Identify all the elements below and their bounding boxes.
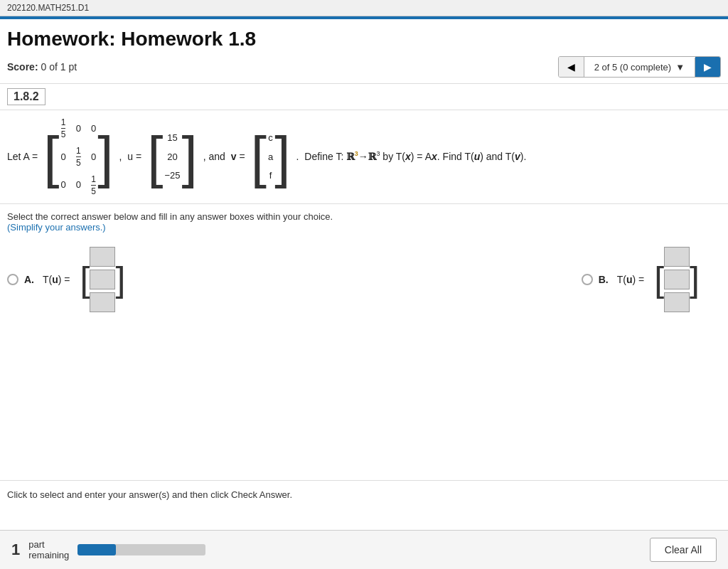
problem-number-section: 1.8.2 bbox=[0, 84, 728, 110]
nav-dropdown-icon[interactable]: ▼ bbox=[675, 62, 685, 73]
nav-info: 2 of 5 (0 complete) ▼ bbox=[584, 58, 695, 77]
bracket-right: ] bbox=[97, 129, 113, 186]
bracket-left-b: [ bbox=[654, 262, 664, 297]
simplify-text: (Simplify your answers.) bbox=[7, 222, 721, 233]
define-text: Define T: ℝ3→ℝ3 by T(x) = Ax. Find T(u) … bbox=[304, 149, 526, 165]
problem-statement: Let A = [ 15 0 0 0 15 0 0 0 15 ] , u = bbox=[7, 117, 721, 196]
option-a-input-2[interactable] bbox=[90, 270, 115, 289]
instructions-section: Select the correct answer below and fill… bbox=[0, 204, 728, 235]
bracket-right-v: ] bbox=[274, 129, 290, 186]
option-b-input-1[interactable] bbox=[664, 247, 690, 267]
v-label: v = bbox=[231, 149, 245, 164]
cell-a-21: 0 bbox=[76, 179, 81, 191]
problem-body: Let A = [ 15 0 0 0 15 0 0 0 15 ] , u = bbox=[0, 110, 728, 204]
option-a-tu-label: T(u) = bbox=[43, 274, 70, 285]
option-b-label: B. bbox=[599, 274, 609, 285]
page-title: Homework: Homework 1.8 bbox=[7, 28, 721, 50]
matrix-u-grid: 15 20 −25 bbox=[164, 132, 180, 182]
period: . bbox=[296, 149, 299, 164]
top-bar: 202120.MATH251.D1 bbox=[0, 0, 728, 16]
cell-a-12: 0 bbox=[91, 151, 96, 164]
option-a-input-1[interactable] bbox=[90, 247, 115, 267]
comma1: , bbox=[119, 149, 122, 164]
cell-v-0: c bbox=[268, 132, 273, 144]
matrix-v-grid: c a f bbox=[268, 132, 273, 182]
cell-a-02: 0 bbox=[91, 122, 96, 135]
problem-number: 1.8.2 bbox=[7, 88, 46, 105]
bracket-right-u: ] bbox=[181, 129, 197, 186]
footer-instruction-text: Click to select and enter your answer(s)… bbox=[7, 489, 292, 500]
nav-next-button[interactable]: ▶ bbox=[695, 57, 720, 77]
footer-instruction-section: Click to select and enter your answer(s)… bbox=[0, 480, 728, 509]
course-label: 202120.MATH251.D1 bbox=[7, 3, 89, 13]
option-b: B. T(u) = [ ] bbox=[582, 247, 721, 312]
nav-prev-button[interactable]: ◀ bbox=[559, 57, 584, 77]
option-a-input-3[interactable] bbox=[90, 292, 115, 312]
score-area: Score: 0 of 1 pt bbox=[7, 61, 77, 73]
option-a-inputs bbox=[90, 247, 115, 312]
option-a-input-container: [ ] bbox=[80, 247, 126, 312]
option-b-input-2[interactable] bbox=[664, 270, 690, 289]
cell-u-1: 20 bbox=[164, 151, 180, 164]
option-b-inputs bbox=[664, 247, 690, 312]
score-value: 0 of 1 pt bbox=[41, 61, 77, 73]
let-a-text: Let A = bbox=[7, 149, 38, 164]
cell-v-2: f bbox=[268, 169, 273, 182]
bracket-right-b: ] bbox=[690, 262, 700, 297]
cell-a-10: 0 bbox=[60, 151, 65, 164]
option-b-input-container: [ ] bbox=[654, 247, 700, 312]
cell-a-22: 15 bbox=[91, 174, 96, 197]
cell-a-00: 15 bbox=[60, 117, 65, 140]
option-b-input-3[interactable] bbox=[664, 292, 690, 312]
header-section: Homework: Homework 1.8 Score: 0 of 1 pt … bbox=[0, 19, 728, 84]
matrix-a: [ 15 0 0 0 15 0 0 0 15 ] bbox=[43, 117, 113, 196]
bracket-left-v: [ bbox=[251, 129, 267, 186]
option-a-label: A. bbox=[24, 274, 34, 285]
matrix-a-grid: 15 0 0 0 15 0 0 0 15 bbox=[60, 117, 96, 196]
cell-a-20: 0 bbox=[60, 179, 65, 191]
score-label: Score: bbox=[7, 61, 38, 73]
nav-info-text: 2 of 5 (0 complete) bbox=[594, 62, 671, 73]
radio-option-a[interactable] bbox=[7, 274, 18, 285]
bracket-left: [ bbox=[43, 129, 59, 186]
cell-u-2: −25 bbox=[164, 169, 180, 182]
score-nav-row: Score: 0 of 1 pt ◀ 2 of 5 (0 complete) ▼… bbox=[7, 56, 721, 78]
cell-a-01: 0 bbox=[76, 122, 81, 135]
cell-v-1: a bbox=[268, 151, 273, 164]
comma2: , and bbox=[203, 149, 225, 164]
answers-section: A. T(u) = [ ] B. T(u) = [ ] bbox=[0, 235, 728, 324]
instructions-text: Select the correct answer below and fill… bbox=[7, 211, 721, 222]
matrix-v: [ c a f ] bbox=[251, 129, 291, 186]
cell-a-11: 15 bbox=[76, 146, 81, 169]
bracket-left-u: [ bbox=[147, 129, 163, 186]
bracket-left-a: [ bbox=[80, 262, 90, 297]
option-a: A. T(u) = [ ] bbox=[7, 247, 582, 312]
matrix-u: [ 15 20 −25 ] bbox=[147, 129, 198, 186]
nav-controls: ◀ 2 of 5 (0 complete) ▼ ▶ bbox=[558, 56, 721, 78]
cell-u-0: 15 bbox=[164, 132, 180, 144]
u-label: u = bbox=[127, 149, 141, 164]
bracket-right-a: ] bbox=[115, 262, 125, 297]
option-b-tu-label: T(u) = bbox=[617, 274, 645, 285]
radio-option-b[interactable] bbox=[582, 274, 593, 285]
